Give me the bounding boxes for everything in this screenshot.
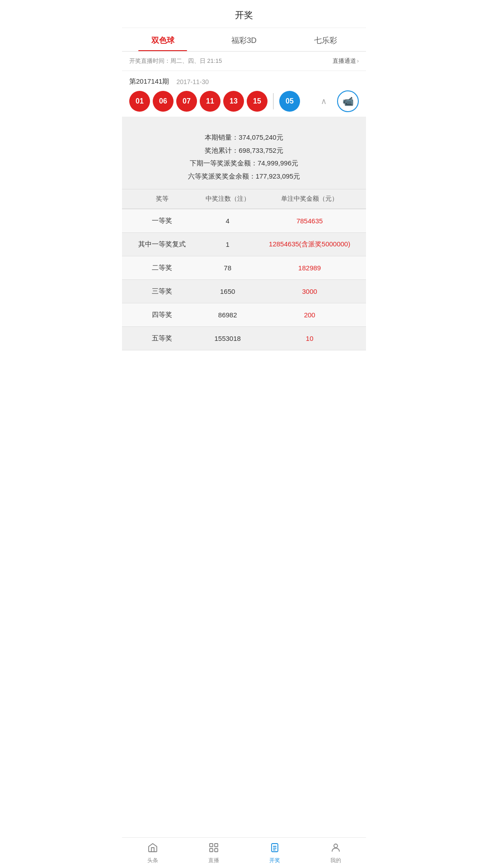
- tab-fc3d[interactable]: 福彩3D: [203, 28, 285, 51]
- prize-table-header: 奖等 中奖注数（注） 单注中奖金额（元）: [122, 189, 366, 209]
- prize-amount: 7854635: [260, 217, 359, 225]
- col-header-amount: 单注中奖金额（元）: [260, 195, 359, 203]
- prize-count: 86982: [195, 311, 260, 319]
- ball-red-6: 15: [247, 91, 267, 112]
- chevron-right-icon: ›: [357, 58, 359, 64]
- ball-red-3: 07: [176, 91, 197, 112]
- sales-info: 本期销量：374,075,240元 奖池累计：698,733,752元 下期一等…: [122, 123, 366, 189]
- tab-bar: 双色球 福彩3D 七乐彩: [122, 28, 366, 52]
- broadcast-link[interactable]: 直播通道 ›: [333, 57, 359, 65]
- table-row: 五等奖 1553018 10: [122, 327, 366, 350]
- period-number: 第2017141期: [129, 77, 169, 86]
- prize-count: 78: [195, 264, 260, 272]
- prize-count: 4: [195, 217, 260, 225]
- col-header-count: 中奖注数（注）: [195, 195, 260, 203]
- table-row: 一等奖 4 7854635: [122, 209, 366, 233]
- video-camera-icon: 📹: [343, 96, 354, 107]
- ball-red-5: 13: [223, 91, 244, 112]
- prize-count: 1650: [195, 288, 260, 295]
- balls-row: 01 06 07 11 13 15 05 ∧ 📹: [129, 90, 359, 112]
- prize-name: 二等奖: [129, 264, 195, 272]
- broadcast-time: 开奖直播时间：周二、四、日 21:15: [129, 57, 222, 65]
- table-row: 其中一等奖复式 1 12854635(含派奖5000000): [122, 233, 366, 256]
- period-section: 第2017141期 2017-11-30 01 06 07 11 13 15 0…: [122, 71, 366, 117]
- balls-controls: ∧ 📹: [315, 90, 359, 112]
- triangle-pointer: [217, 117, 230, 123]
- ball-red-4: 11: [200, 91, 221, 112]
- col-header-name: 奖等: [129, 195, 195, 203]
- period-date: 2017-11-30: [176, 78, 209, 85]
- table-row: 三等奖 1650 3000: [122, 280, 366, 303]
- prize-amount: 3000: [260, 288, 359, 295]
- tab-ssq[interactable]: 双色球: [122, 28, 203, 51]
- tab-qilecai[interactable]: 七乐彩: [285, 28, 366, 51]
- prize-amount: 10: [260, 335, 359, 342]
- page-title: 开奖: [122, 0, 366, 28]
- sales-line3: 下期一等奖派奖金额：74,999,996元: [131, 157, 357, 170]
- prize-amount: 200: [260, 311, 359, 319]
- prize-count: 1553018: [195, 335, 260, 342]
- detail-panel: 本期销量：374,075,240元 奖池累计：698,733,752元 下期一等…: [122, 117, 366, 350]
- sales-line4: 六等奖派奖奖金余额：177,923,095元: [131, 170, 357, 183]
- ball-red-2: 06: [153, 91, 174, 112]
- ball-separator: [273, 93, 274, 109]
- broadcast-bar: 开奖直播时间：周二、四、日 21:15 直播通道 ›: [122, 52, 366, 71]
- prize-amount: 12854635(含派奖5000000): [260, 240, 359, 249]
- sales-line1: 本期销量：374,075,240元: [131, 131, 357, 144]
- prize-amount: 182989: [260, 264, 359, 272]
- table-row: 二等奖 78 182989: [122, 256, 366, 280]
- table-row: 四等奖 86982 200: [122, 303, 366, 327]
- red-balls-container: 01 06 07 11 13 15: [129, 91, 267, 112]
- prize-name: 一等奖: [129, 217, 195, 225]
- prize-name: 其中一等奖复式: [129, 240, 195, 249]
- ball-red-1: 01: [129, 91, 150, 112]
- prize-name: 五等奖: [129, 334, 195, 343]
- prize-table: 一等奖 4 7854635 其中一等奖复式 1 12854635(含派奖5000…: [122, 209, 366, 350]
- prize-name: 三等奖: [129, 287, 195, 296]
- collapse-button[interactable]: ∧: [315, 93, 332, 109]
- prize-count: 1: [195, 241, 260, 248]
- sales-line2: 奖池累计：698,733,752元: [131, 144, 357, 157]
- ball-blue: 05: [279, 91, 300, 112]
- prize-name: 四等奖: [129, 311, 195, 319]
- video-button[interactable]: 📹: [337, 90, 359, 112]
